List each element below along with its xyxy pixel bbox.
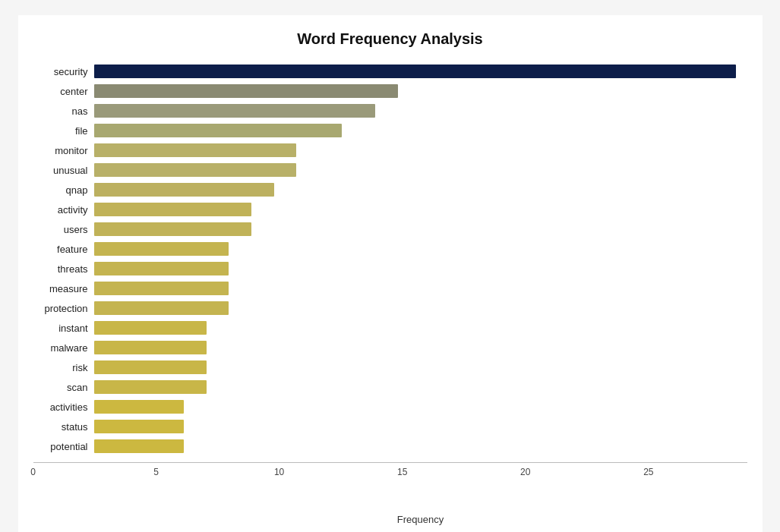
bar-label: file <box>33 125 94 137</box>
bar-row: risk <box>33 359 747 376</box>
bar-label: risk <box>33 362 94 373</box>
x-tick: 25 <box>643 467 653 477</box>
bar-track <box>94 222 747 236</box>
bar-track <box>94 321 747 335</box>
bar-row: activity <box>33 201 747 218</box>
bar-label: potential <box>33 441 94 452</box>
bar-label: scan <box>33 382 94 393</box>
bar-row: monitor <box>33 142 747 159</box>
bar-label: nas <box>33 105 94 117</box>
bar-track <box>94 65 747 78</box>
bar-row: status <box>33 418 747 435</box>
bar-track <box>94 282 747 295</box>
bar-row: malware <box>33 339 747 356</box>
bar-track <box>94 183 747 197</box>
bar-fill <box>94 400 185 414</box>
bar-fill <box>94 321 207 335</box>
bar-fill <box>94 282 229 295</box>
x-axis-ticks: 0510152025 <box>33 462 747 493</box>
bar-track <box>94 380 747 394</box>
bar-track <box>94 163 747 177</box>
bar-row: feature <box>33 241 747 257</box>
bar-row: threats <box>33 260 747 277</box>
bar-label: monitor <box>33 145 94 156</box>
bar-row: activities <box>33 398 747 415</box>
bar-fill <box>94 380 207 394</box>
bar-track <box>94 104 747 118</box>
bar-fill <box>94 242 229 256</box>
bar-track <box>94 439 747 453</box>
bar-row: measure <box>33 280 747 297</box>
bar-row: protection <box>33 300 747 316</box>
bar-label: protection <box>33 303 94 314</box>
bar-label: malware <box>33 342 94 354</box>
bar-fill <box>94 203 252 216</box>
x-tick: 15 <box>397 467 407 477</box>
bar-label: threats <box>33 263 94 275</box>
bar-track <box>94 242 747 256</box>
bar-track <box>94 341 747 354</box>
bar-row: potential <box>33 438 747 455</box>
bar-track <box>94 420 747 433</box>
bar-fill <box>94 420 185 433</box>
bar-row: instant <box>33 320 747 336</box>
bar-label: activities <box>33 401 94 413</box>
bar-label: users <box>33 224 94 235</box>
bar-fill <box>94 341 207 354</box>
bar-row: qnap <box>33 181 747 198</box>
bar-track <box>94 143 747 157</box>
bar-row: nas <box>33 102 747 119</box>
x-tick: 20 <box>520 467 530 477</box>
bar-fill <box>94 104 376 118</box>
chart-container: Word Frequency Analysis securitycenterna… <box>18 15 763 532</box>
bar-fill <box>94 163 297 177</box>
bar-fill <box>94 439 185 453</box>
chart-title: Word Frequency Analysis <box>33 30 747 48</box>
bar-fill <box>94 183 274 197</box>
chart-area: securitycenternasfilemonitorunusualqnapa… <box>33 63 747 458</box>
bar-row: unusual <box>33 162 747 178</box>
bar-label: status <box>33 421 94 433</box>
bar-track <box>94 124 747 137</box>
bar-row: users <box>33 221 747 238</box>
bar-row: scan <box>33 379 747 395</box>
bar-row: security <box>33 63 747 80</box>
bar-fill <box>94 143 297 157</box>
bar-track <box>94 203 747 216</box>
bar-fill <box>94 301 229 315</box>
bar-fill <box>94 124 342 137</box>
bar-label: unusual <box>33 165 94 176</box>
bar-row: center <box>33 83 747 99</box>
bar-label: instant <box>33 323 94 334</box>
bar-track <box>94 301 747 315</box>
bar-track <box>94 360 747 374</box>
bar-label: security <box>33 66 94 77</box>
bar-label: feature <box>33 244 94 255</box>
bar-track <box>94 84 747 98</box>
bar-label: activity <box>33 204 94 216</box>
bar-fill <box>94 222 252 236</box>
bar-label: measure <box>33 283 94 294</box>
x-axis-label: Frequency <box>33 514 747 525</box>
x-tick: 0 <box>30 467 36 477</box>
bar-label: center <box>33 86 94 97</box>
bar-fill <box>94 360 207 374</box>
bar-track <box>94 262 747 275</box>
bar-row: file <box>33 122 747 139</box>
bar-fill <box>94 84 398 98</box>
bar-fill <box>94 65 736 78</box>
bar-fill <box>94 262 229 275</box>
x-tick: 5 <box>153 467 159 477</box>
bar-label: qnap <box>33 184 94 196</box>
bar-track <box>94 400 747 414</box>
x-tick: 10 <box>274 467 284 477</box>
